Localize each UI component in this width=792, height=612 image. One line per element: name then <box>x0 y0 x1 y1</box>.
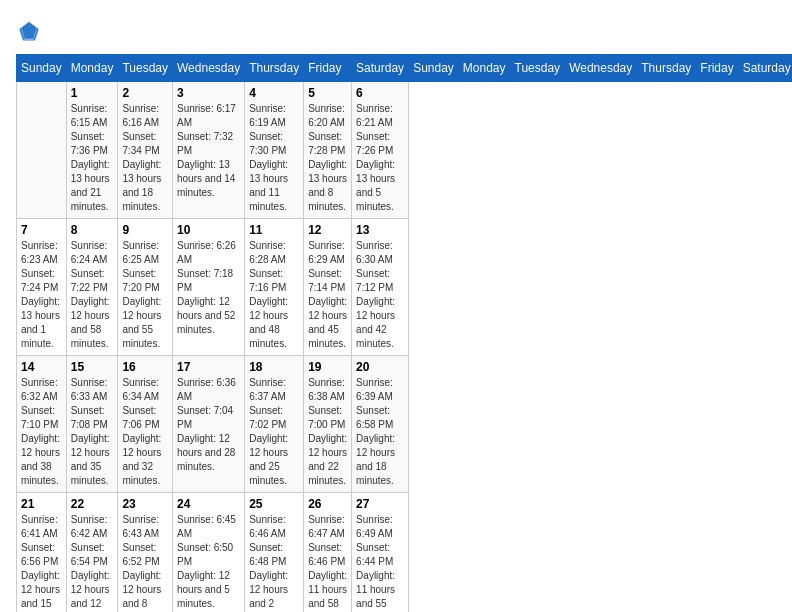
day-number: 7 <box>21 223 62 237</box>
day-number: 22 <box>71 497 114 511</box>
day-number: 5 <box>308 86 347 100</box>
day-number: 17 <box>177 360 240 374</box>
day-number: 13 <box>356 223 404 237</box>
page-header <box>16 16 776 46</box>
calendar-cell: 18Sunrise: 6:37 AM Sunset: 7:02 PM Dayli… <box>245 356 304 493</box>
weekday-header-sunday: Sunday <box>409 55 459 82</box>
calendar-cell: 8Sunrise: 6:24 AM Sunset: 7:22 PM Daylig… <box>66 219 118 356</box>
day-info: Sunrise: 6:21 AM Sunset: 7:26 PM Dayligh… <box>356 102 404 214</box>
calendar-cell: 17Sunrise: 6:36 AM Sunset: 7:04 PM Dayli… <box>173 356 245 493</box>
calendar-cell: 7Sunrise: 6:23 AM Sunset: 7:24 PM Daylig… <box>17 219 67 356</box>
day-number: 9 <box>122 223 168 237</box>
day-number: 24 <box>177 497 240 511</box>
calendar-cell: 26Sunrise: 6:47 AM Sunset: 6:46 PM Dayli… <box>304 493 352 613</box>
header-row: SundayMondayTuesdayWednesdayThursdayFrid… <box>17 55 793 82</box>
day-info: Sunrise: 6:24 AM Sunset: 7:22 PM Dayligh… <box>71 239 114 351</box>
day-info: Sunrise: 6:36 AM Sunset: 7:04 PM Dayligh… <box>177 376 240 474</box>
day-number: 10 <box>177 223 240 237</box>
week-row-2: 7Sunrise: 6:23 AM Sunset: 7:24 PM Daylig… <box>17 219 793 356</box>
weekday-header-friday: Friday <box>304 55 352 82</box>
day-info: Sunrise: 6:26 AM Sunset: 7:18 PM Dayligh… <box>177 239 240 337</box>
calendar-cell: 2Sunrise: 6:16 AM Sunset: 7:34 PM Daylig… <box>118 82 173 219</box>
day-number: 23 <box>122 497 168 511</box>
day-info: Sunrise: 6:49 AM Sunset: 6:44 PM Dayligh… <box>356 513 404 612</box>
weekday-header-friday: Friday <box>696 55 738 82</box>
week-row-3: 14Sunrise: 6:32 AM Sunset: 7:10 PM Dayli… <box>17 356 793 493</box>
day-number: 4 <box>249 86 299 100</box>
day-number: 3 <box>177 86 240 100</box>
day-number: 14 <box>21 360 62 374</box>
calendar-cell: 20Sunrise: 6:39 AM Sunset: 6:58 PM Dayli… <box>352 356 409 493</box>
day-info: Sunrise: 6:28 AM Sunset: 7:16 PM Dayligh… <box>249 239 299 351</box>
weekday-header-sunday: Sunday <box>17 55 67 82</box>
calendar-cell: 14Sunrise: 6:32 AM Sunset: 7:10 PM Dayli… <box>17 356 67 493</box>
calendar-cell: 5Sunrise: 6:20 AM Sunset: 7:28 PM Daylig… <box>304 82 352 219</box>
day-number: 27 <box>356 497 404 511</box>
weekday-header-thursday: Thursday <box>245 55 304 82</box>
day-info: Sunrise: 6:37 AM Sunset: 7:02 PM Dayligh… <box>249 376 299 488</box>
logo-icon <box>18 20 40 42</box>
day-info: Sunrise: 6:41 AM Sunset: 6:56 PM Dayligh… <box>21 513 62 612</box>
day-number: 6 <box>356 86 404 100</box>
calendar-cell: 19Sunrise: 6:38 AM Sunset: 7:00 PM Dayli… <box>304 356 352 493</box>
calendar-table: SundayMondayTuesdayWednesdayThursdayFrid… <box>16 54 792 612</box>
calendar-cell: 25Sunrise: 6:46 AM Sunset: 6:48 PM Dayli… <box>245 493 304 613</box>
day-info: Sunrise: 6:15 AM Sunset: 7:36 PM Dayligh… <box>71 102 114 214</box>
logo <box>16 20 40 46</box>
day-info: Sunrise: 6:17 AM Sunset: 7:32 PM Dayligh… <box>177 102 240 200</box>
calendar-cell: 10Sunrise: 6:26 AM Sunset: 7:18 PM Dayli… <box>173 219 245 356</box>
weekday-header-wednesday: Wednesday <box>173 55 245 82</box>
weekday-header-thursday: Thursday <box>637 55 696 82</box>
day-number: 21 <box>21 497 62 511</box>
calendar-cell: 16Sunrise: 6:34 AM Sunset: 7:06 PM Dayli… <box>118 356 173 493</box>
day-info: Sunrise: 6:38 AM Sunset: 7:00 PM Dayligh… <box>308 376 347 488</box>
weekday-header-monday: Monday <box>458 55 510 82</box>
day-number: 16 <box>122 360 168 374</box>
calendar-cell: 12Sunrise: 6:29 AM Sunset: 7:14 PM Dayli… <box>304 219 352 356</box>
day-info: Sunrise: 6:39 AM Sunset: 6:58 PM Dayligh… <box>356 376 404 488</box>
day-number: 1 <box>71 86 114 100</box>
calendar-cell: 9Sunrise: 6:25 AM Sunset: 7:20 PM Daylig… <box>118 219 173 356</box>
day-number: 11 <box>249 223 299 237</box>
day-info: Sunrise: 6:19 AM Sunset: 7:30 PM Dayligh… <box>249 102 299 214</box>
day-number: 19 <box>308 360 347 374</box>
calendar-cell: 22Sunrise: 6:42 AM Sunset: 6:54 PM Dayli… <box>66 493 118 613</box>
weekday-header-saturday: Saturday <box>352 55 409 82</box>
day-number: 18 <box>249 360 299 374</box>
calendar-cell: 15Sunrise: 6:33 AM Sunset: 7:08 PM Dayli… <box>66 356 118 493</box>
day-number: 8 <box>71 223 114 237</box>
weekday-header-monday: Monday <box>66 55 118 82</box>
weekday-header-saturday: Saturday <box>738 55 792 82</box>
calendar-cell: 6Sunrise: 6:21 AM Sunset: 7:26 PM Daylig… <box>352 82 409 219</box>
day-info: Sunrise: 6:29 AM Sunset: 7:14 PM Dayligh… <box>308 239 347 351</box>
day-info: Sunrise: 6:45 AM Sunset: 6:50 PM Dayligh… <box>177 513 240 611</box>
weekday-header-tuesday: Tuesday <box>510 55 565 82</box>
calendar-cell: 24Sunrise: 6:45 AM Sunset: 6:50 PM Dayli… <box>173 493 245 613</box>
day-info: Sunrise: 6:20 AM Sunset: 7:28 PM Dayligh… <box>308 102 347 214</box>
calendar-cell: 3Sunrise: 6:17 AM Sunset: 7:32 PM Daylig… <box>173 82 245 219</box>
day-info: Sunrise: 6:46 AM Sunset: 6:48 PM Dayligh… <box>249 513 299 612</box>
calendar-cell: 1Sunrise: 6:15 AM Sunset: 7:36 PM Daylig… <box>66 82 118 219</box>
day-number: 2 <box>122 86 168 100</box>
calendar-cell: 21Sunrise: 6:41 AM Sunset: 6:56 PM Dayli… <box>17 493 67 613</box>
day-number: 25 <box>249 497 299 511</box>
day-info: Sunrise: 6:25 AM Sunset: 7:20 PM Dayligh… <box>122 239 168 351</box>
day-info: Sunrise: 6:34 AM Sunset: 7:06 PM Dayligh… <box>122 376 168 488</box>
day-number: 12 <box>308 223 347 237</box>
calendar-cell: 13Sunrise: 6:30 AM Sunset: 7:12 PM Dayli… <box>352 219 409 356</box>
day-info: Sunrise: 6:42 AM Sunset: 6:54 PM Dayligh… <box>71 513 114 612</box>
day-info: Sunrise: 6:47 AM Sunset: 6:46 PM Dayligh… <box>308 513 347 612</box>
day-info: Sunrise: 6:16 AM Sunset: 7:34 PM Dayligh… <box>122 102 168 214</box>
day-info: Sunrise: 6:43 AM Sunset: 6:52 PM Dayligh… <box>122 513 168 612</box>
week-row-1: 1Sunrise: 6:15 AM Sunset: 7:36 PM Daylig… <box>17 82 793 219</box>
day-number: 15 <box>71 360 114 374</box>
day-number: 20 <box>356 360 404 374</box>
weekday-header-tuesday: Tuesday <box>118 55 173 82</box>
day-info: Sunrise: 6:33 AM Sunset: 7:08 PM Dayligh… <box>71 376 114 488</box>
calendar-cell: 4Sunrise: 6:19 AM Sunset: 7:30 PM Daylig… <box>245 82 304 219</box>
weekday-header-wednesday: Wednesday <box>565 55 637 82</box>
calendar-cell <box>17 82 67 219</box>
day-info: Sunrise: 6:30 AM Sunset: 7:12 PM Dayligh… <box>356 239 404 351</box>
calendar-cell: 23Sunrise: 6:43 AM Sunset: 6:52 PM Dayli… <box>118 493 173 613</box>
day-info: Sunrise: 6:32 AM Sunset: 7:10 PM Dayligh… <box>21 376 62 488</box>
